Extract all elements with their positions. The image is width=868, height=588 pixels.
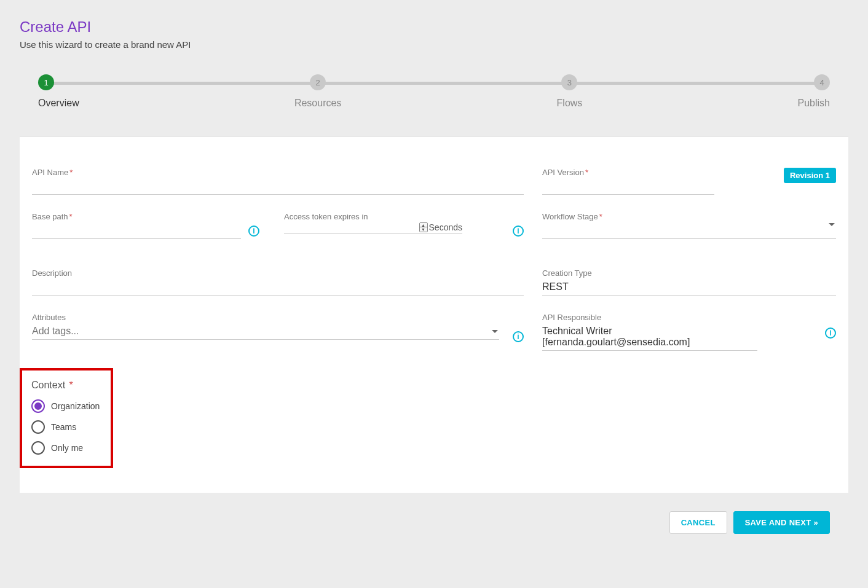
api-version-field[interactable]: API Version* [542, 168, 714, 195]
access-token-field[interactable]: Access token expires in ▲ ▼ Seconds i [284, 212, 524, 239]
step-down-icon[interactable]: ▼ [420, 227, 427, 232]
radio-icon[interactable] [31, 420, 45, 434]
api-version-input[interactable] [542, 178, 714, 195]
chevron-down-icon [829, 223, 835, 226]
description-input[interactable] [32, 279, 524, 296]
creation-type-field: Creation Type REST [542, 269, 836, 296]
cancel-button[interactable]: CANCEL [669, 511, 727, 534]
attributes-input[interactable] [32, 323, 499, 340]
step-label: Overview [38, 98, 79, 109]
step-flows[interactable]: 3 Flows [557, 74, 583, 109]
info-icon[interactable]: i [513, 225, 524, 237]
creation-type-label: Creation Type [542, 269, 836, 278]
api-name-label: API Name* [32, 168, 524, 177]
api-responsible-label: API Responsible [542, 313, 836, 322]
workflow-stage-select[interactable] [542, 222, 836, 239]
context-option-teams[interactable]: Teams [31, 420, 101, 434]
step-circle: 4 [814, 74, 830, 90]
step-up-icon[interactable]: ▲ [420, 223, 427, 227]
step-circle: 1 [38, 74, 54, 90]
chevron-down-icon [492, 330, 498, 333]
step-label: Resources [294, 98, 341, 109]
api-name-input[interactable] [32, 178, 524, 195]
api-responsible-field[interactable]: API Responsible Technical Writer [fernan… [542, 313, 836, 351]
base-path-label: Base path* [32, 212, 259, 221]
base-path-field[interactable]: Base path* i [32, 212, 259, 239]
context-option-label: Only me [51, 443, 83, 453]
context-title: Context * [31, 380, 101, 391]
page-title: Create API [20, 18, 848, 36]
info-icon[interactable]: i [248, 225, 259, 237]
revision-badge: Revision 1 [784, 168, 836, 183]
step-label: Publish [798, 98, 830, 109]
creation-type-value: REST [542, 279, 836, 296]
radio-icon[interactable] [31, 399, 45, 413]
step-publish[interactable]: 4 Publish [798, 74, 830, 109]
attributes-field[interactable]: Attributes [32, 313, 499, 340]
attributes-label: Attributes [32, 313, 499, 322]
form-card: API Name* API Version* Revision 1 [20, 136, 848, 493]
base-path-input[interactable] [32, 222, 241, 239]
context-option-only-me[interactable]: Only me [31, 441, 101, 455]
context-section: Context * Organization Teams Only me [20, 368, 113, 468]
step-label: Flows [557, 98, 583, 109]
step-circle: 3 [561, 74, 577, 90]
info-icon[interactable]: i [825, 327, 836, 339]
step-overview[interactable]: 1 Overview [38, 74, 79, 109]
access-token-unit: Seconds [429, 222, 462, 232]
api-name-field[interactable]: API Name* [32, 168, 524, 195]
api-responsible-value: Technical Writer [fernanda.goulart@sense… [542, 323, 757, 351]
page-subtitle: Use this wizard to create a brand new AP… [20, 39, 848, 50]
step-resources[interactable]: 2 Resources [294, 74, 341, 109]
workflow-stage-field[interactable]: Workflow Stage* [542, 212, 836, 239]
wizard-stepper: 1 Overview 2 Resources 3 Flows 4 Publish [38, 74, 830, 109]
context-option-organization[interactable]: Organization [31, 399, 101, 413]
footer-actions: CANCEL SAVE AND NEXT » [20, 493, 848, 534]
access-token-label: Access token expires in [284, 212, 524, 221]
api-version-label: API Version* [542, 168, 714, 177]
number-stepper[interactable]: ▲ ▼ [419, 222, 428, 232]
info-icon[interactable]: i [513, 331, 524, 342]
context-option-label: Teams [51, 422, 76, 432]
step-circle: 2 [310, 74, 326, 90]
save-and-next-button[interactable]: SAVE AND NEXT » [733, 511, 830, 534]
context-option-label: Organization [51, 401, 100, 411]
description-field[interactable]: Description [32, 269, 524, 296]
description-label: Description [32, 269, 524, 278]
radio-icon[interactable] [31, 441, 45, 455]
workflow-stage-label: Workflow Stage* [542, 212, 836, 221]
